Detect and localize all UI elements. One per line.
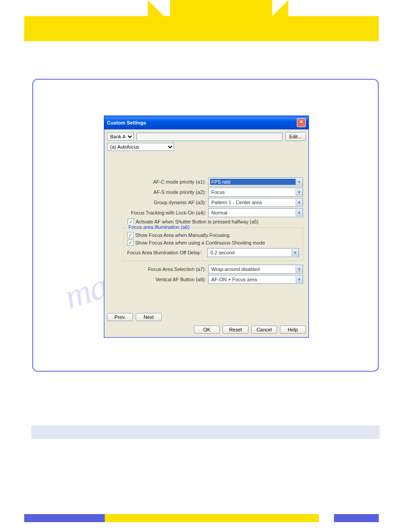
label-a7: Focus Area Selection (a7):	[110, 266, 208, 272]
fieldset-a6: Focus area Illumination (a6) ✓Show Focus…	[123, 227, 303, 261]
ok-button[interactable]: OK	[194, 326, 220, 334]
close-icon[interactable]: ×	[297, 118, 306, 127]
screenshot-frame: manualshive.com Custom Settings × Bank A…	[32, 79, 379, 372]
label-a4: Focus Tracking with Lock-On (a4):	[110, 210, 208, 215]
category-select[interactable]: (a) Autofocus	[107, 143, 174, 151]
chevron-down-icon: ▾	[295, 266, 303, 273]
reset-button[interactable]: Reset	[223, 326, 248, 334]
help-button[interactable]: Help	[280, 326, 306, 334]
footer-blue-bar	[31, 425, 380, 439]
chevron-down-icon: ▾	[295, 189, 303, 196]
chevron-down-icon: ▾	[295, 178, 303, 185]
label-a5: Activate AF when Shutter Button is press…	[136, 219, 259, 224]
edit-button[interactable]: Edit...	[285, 132, 306, 141]
label-a6-c1: Show Focus Area when Manually Focusing	[135, 232, 229, 238]
label-a2: AF-S mode priority (a2):	[110, 189, 208, 195]
prev-button[interactable]: Prev.	[107, 313, 133, 321]
chevron-down-icon: ▾	[295, 209, 303, 216]
next-button[interactable]: Next	[136, 313, 162, 321]
cancel-button[interactable]: Cancel	[251, 326, 277, 334]
bank-name-field[interactable]	[137, 133, 283, 141]
chevron-down-icon: ▾	[295, 199, 303, 206]
label-a6-c2: Show Focus Area when using a Continuous …	[135, 240, 265, 245]
label-a8: Vertical AF Button (a8):	[110, 277, 208, 282]
checkbox-a5[interactable]: ✓	[128, 219, 134, 225]
dropdown-a2[interactable]: Focus▾	[208, 188, 303, 197]
label-a1: AF-C mode priority (a1):	[110, 179, 208, 184]
dropdown-a1[interactable]: FPS rate▾	[208, 177, 303, 186]
bank-select[interactable]: Bank A	[107, 133, 134, 141]
label-a3: Group dynamic AF (a3):	[110, 200, 208, 205]
title-bar: Custom Settings ×	[104, 116, 308, 129]
dropdown-a7[interactable]: Wrap-around disabled▾	[208, 265, 303, 274]
dropdown-a3[interactable]: Pattern 1 - Center area▾	[208, 198, 303, 207]
legend-a6: Focus area Illumination (a6)	[127, 224, 191, 230]
custom-settings-dialog: Custom Settings × Bank A Edit... (a) Aut…	[104, 116, 309, 338]
dialog-title: Custom Settings	[107, 120, 146, 125]
checkbox-a6-continuous[interactable]: ✓	[127, 240, 133, 246]
chevron-down-icon: ▾	[295, 276, 303, 283]
checkbox-a6-manual[interactable]: ✓	[127, 232, 133, 238]
footer-stripe	[24, 514, 379, 522]
label-a6-delay: Focus Area Illumination Off Delay:	[127, 250, 206, 255]
dropdown-a8[interactable]: AF-ON + Focus area▾	[208, 275, 303, 284]
dropdown-a6-delay[interactable]: 0.2 second▾	[207, 248, 299, 257]
chevron-down-icon: ▾	[291, 249, 299, 256]
dropdown-a4[interactable]: Normal▾	[208, 208, 303, 217]
